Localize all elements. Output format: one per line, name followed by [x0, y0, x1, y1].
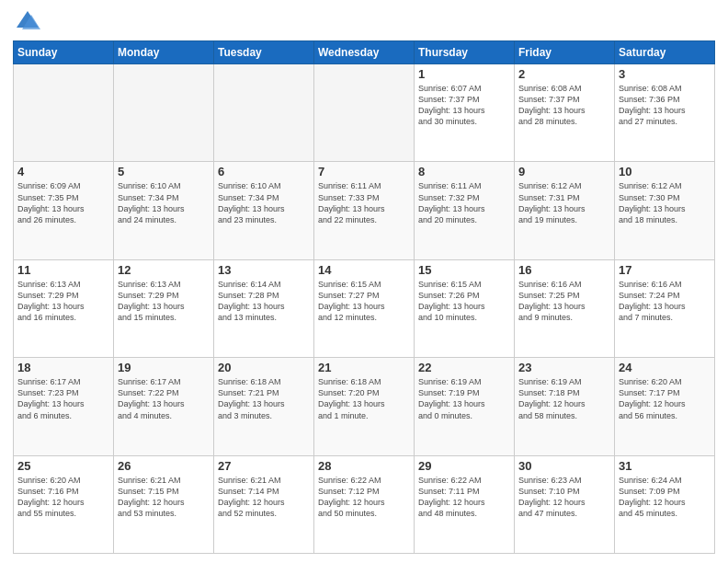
day-header-tuesday: Tuesday: [214, 41, 314, 64]
day-info: Sunrise: 6:12 AM Sunset: 7:31 PM Dayligh…: [518, 180, 610, 225]
calendar-cell: 4Sunrise: 6:09 AM Sunset: 7:35 PM Daylig…: [14, 162, 114, 259]
day-info: Sunrise: 6:10 AM Sunset: 7:34 PM Dayligh…: [118, 180, 210, 225]
calendar-cell: 1Sunrise: 6:07 AM Sunset: 7:37 PM Daylig…: [415, 64, 515, 162]
day-info: Sunrise: 6:11 AM Sunset: 7:32 PM Dayligh…: [418, 180, 510, 225]
day-number: 6: [218, 165, 310, 178]
day-info: Sunrise: 6:08 AM Sunset: 7:37 PM Dayligh…: [518, 83, 610, 128]
day-number: 19: [118, 361, 210, 374]
day-info: Sunrise: 6:15 AM Sunset: 7:26 PM Dayligh…: [418, 279, 510, 324]
calendar-cell: 3Sunrise: 6:08 AM Sunset: 7:36 PM Daylig…: [615, 64, 715, 162]
calendar-cell: 21Sunrise: 6:18 AM Sunset: 7:20 PM Dayli…: [314, 358, 415, 455]
day-number: 13: [218, 263, 310, 277]
day-number: 2: [518, 67, 610, 81]
day-number: 22: [418, 361, 510, 374]
day-number: 17: [619, 263, 711, 277]
day-number: 10: [619, 165, 711, 178]
day-info: Sunrise: 6:16 AM Sunset: 7:24 PM Dayligh…: [619, 279, 711, 324]
day-info: Sunrise: 6:20 AM Sunset: 7:16 PM Dayligh…: [17, 475, 109, 520]
calendar-cell: 9Sunrise: 6:12 AM Sunset: 7:31 PM Daylig…: [515, 162, 615, 259]
calendar-cell: 10Sunrise: 6:12 AM Sunset: 7:30 PM Dayli…: [615, 162, 715, 259]
calendar-cell: 6Sunrise: 6:10 AM Sunset: 7:34 PM Daylig…: [214, 162, 314, 259]
calendar-cell: 20Sunrise: 6:18 AM Sunset: 7:21 PM Dayli…: [214, 358, 314, 455]
day-number: 9: [518, 165, 610, 178]
day-number: 3: [619, 67, 711, 81]
calendar-cell: 2Sunrise: 6:08 AM Sunset: 7:37 PM Daylig…: [515, 64, 615, 162]
calendar-cell: 11Sunrise: 6:13 AM Sunset: 7:29 PM Dayli…: [14, 259, 114, 357]
day-header-wednesday: Wednesday: [314, 41, 415, 64]
day-info: Sunrise: 6:24 AM Sunset: 7:09 PM Dayligh…: [619, 475, 711, 520]
day-number: 29: [418, 459, 510, 473]
calendar-cell: 12Sunrise: 6:13 AM Sunset: 7:29 PM Dayli…: [114, 259, 214, 357]
day-number: 1: [418, 67, 510, 81]
day-info: Sunrise: 6:12 AM Sunset: 7:30 PM Dayligh…: [619, 180, 711, 225]
calendar-cell: 15Sunrise: 6:15 AM Sunset: 7:26 PM Dayli…: [415, 259, 515, 357]
day-info: Sunrise: 6:07 AM Sunset: 7:37 PM Dayligh…: [418, 83, 510, 128]
day-header-monday: Monday: [114, 41, 214, 64]
day-info: Sunrise: 6:17 AM Sunset: 7:23 PM Dayligh…: [17, 376, 109, 421]
day-header-sunday: Sunday: [14, 41, 114, 64]
day-header-friday: Friday: [515, 41, 615, 64]
calendar-cell: 29Sunrise: 6:22 AM Sunset: 7:11 PM Dayli…: [415, 455, 515, 553]
day-info: Sunrise: 6:19 AM Sunset: 7:19 PM Dayligh…: [418, 376, 510, 421]
day-info: Sunrise: 6:17 AM Sunset: 7:22 PM Dayligh…: [118, 376, 210, 421]
calendar-week-5: 25Sunrise: 6:20 AM Sunset: 7:16 PM Dayli…: [14, 455, 715, 553]
day-info: Sunrise: 6:10 AM Sunset: 7:34 PM Dayligh…: [218, 180, 310, 225]
calendar-cell: 7Sunrise: 6:11 AM Sunset: 7:33 PM Daylig…: [314, 162, 415, 259]
day-number: 8: [418, 165, 510, 178]
day-number: 27: [218, 459, 310, 473]
calendar-cell: 18Sunrise: 6:17 AM Sunset: 7:23 PM Dayli…: [14, 358, 114, 455]
calendar-cell: 14Sunrise: 6:15 AM Sunset: 7:27 PM Dayli…: [314, 259, 415, 357]
day-info: Sunrise: 6:08 AM Sunset: 7:36 PM Dayligh…: [619, 83, 711, 128]
day-number: 28: [318, 459, 410, 473]
calendar-table: SundayMondayTuesdayWednesdayThursdayFrid…: [13, 40, 715, 554]
calendar-cell: 24Sunrise: 6:20 AM Sunset: 7:17 PM Dayli…: [615, 358, 715, 455]
day-info: Sunrise: 6:13 AM Sunset: 7:29 PM Dayligh…: [17, 279, 109, 324]
calendar-cell: 31Sunrise: 6:24 AM Sunset: 7:09 PM Dayli…: [615, 455, 715, 553]
day-number: 7: [318, 165, 410, 178]
day-number: 11: [17, 263, 109, 277]
day-header-thursday: Thursday: [415, 41, 515, 64]
calendar-cell: 19Sunrise: 6:17 AM Sunset: 7:22 PM Dayli…: [114, 358, 214, 455]
calendar-cell: 23Sunrise: 6:19 AM Sunset: 7:18 PM Dayli…: [515, 358, 615, 455]
day-info: Sunrise: 6:20 AM Sunset: 7:17 PM Dayligh…: [619, 376, 711, 421]
day-number: 30: [518, 459, 610, 473]
calendar-cell: 8Sunrise: 6:11 AM Sunset: 7:32 PM Daylig…: [415, 162, 515, 259]
day-number: 31: [619, 459, 711, 473]
calendar-cell: 13Sunrise: 6:14 AM Sunset: 7:28 PM Dayli…: [214, 259, 314, 357]
calendar-week-1: 1Sunrise: 6:07 AM Sunset: 7:37 PM Daylig…: [14, 64, 715, 162]
calendar-cell: [14, 64, 114, 162]
day-info: Sunrise: 6:23 AM Sunset: 7:10 PM Dayligh…: [518, 475, 610, 520]
day-info: Sunrise: 6:16 AM Sunset: 7:25 PM Dayligh…: [518, 279, 610, 324]
calendar-cell: 26Sunrise: 6:21 AM Sunset: 7:15 PM Dayli…: [114, 455, 214, 553]
calendar-cell: 22Sunrise: 6:19 AM Sunset: 7:19 PM Dayli…: [415, 358, 515, 455]
day-number: 18: [17, 361, 109, 374]
day-header-saturday: Saturday: [615, 41, 715, 64]
calendar-week-3: 11Sunrise: 6:13 AM Sunset: 7:29 PM Dayli…: [14, 259, 715, 357]
logo: [13, 9, 40, 35]
day-number: 15: [418, 263, 510, 277]
calendar-cell: [114, 64, 214, 162]
calendar-cell: 17Sunrise: 6:16 AM Sunset: 7:24 PM Dayli…: [615, 259, 715, 357]
day-number: 12: [118, 263, 210, 277]
day-number: 16: [518, 263, 610, 277]
day-number: 5: [118, 165, 210, 178]
calendar-cell: [314, 64, 415, 162]
calendar-cell: 27Sunrise: 6:21 AM Sunset: 7:14 PM Dayli…: [214, 455, 314, 553]
day-number: 23: [518, 361, 610, 374]
day-number: 21: [318, 361, 410, 374]
day-info: Sunrise: 6:21 AM Sunset: 7:14 PM Dayligh…: [218, 475, 310, 520]
logo-icon: [15, 9, 40, 35]
day-info: Sunrise: 6:14 AM Sunset: 7:28 PM Dayligh…: [218, 279, 310, 324]
day-info: Sunrise: 6:22 AM Sunset: 7:12 PM Dayligh…: [318, 475, 410, 520]
day-number: 20: [218, 361, 310, 374]
day-info: Sunrise: 6:18 AM Sunset: 7:20 PM Dayligh…: [318, 376, 410, 421]
day-info: Sunrise: 6:11 AM Sunset: 7:33 PM Dayligh…: [318, 180, 410, 225]
calendar-cell: 25Sunrise: 6:20 AM Sunset: 7:16 PM Dayli…: [14, 455, 114, 553]
calendar-week-2: 4Sunrise: 6:09 AM Sunset: 7:35 PM Daylig…: [14, 162, 715, 259]
day-number: 14: [318, 263, 410, 277]
header: [13, 9, 715, 35]
calendar-cell: [214, 64, 314, 162]
day-info: Sunrise: 6:19 AM Sunset: 7:18 PM Dayligh…: [518, 376, 610, 421]
day-info: Sunrise: 6:15 AM Sunset: 7:27 PM Dayligh…: [318, 279, 410, 324]
day-number: 4: [17, 165, 109, 178]
